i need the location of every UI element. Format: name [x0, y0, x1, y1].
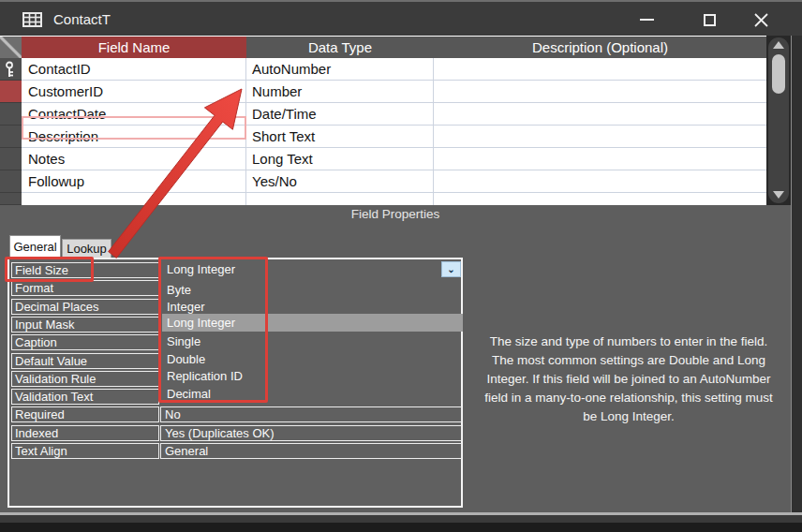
description-cell[interactable]: [434, 126, 766, 148]
row-selector[interactable]: [0, 148, 22, 170]
window-right-edge: [791, 36, 802, 515]
field-design-grid: Field Name Data Type Description (Option…: [0, 36, 766, 205]
data-type-cell[interactable]: Yes/No: [246, 170, 434, 193]
row-selector[interactable]: [0, 126, 22, 148]
maximize-button[interactable]: [695, 7, 723, 32]
table-row-empty: [0, 193, 766, 205]
dropdown-option-decimal[interactable]: Decimal: [167, 386, 211, 403]
grid-header-row: Field Name Data Type Description (Option…: [0, 37, 766, 58]
property-label-text-align: Text Align: [11, 443, 159, 459]
property-label-caption: Caption: [11, 334, 159, 350]
table-row: Description Short Text: [0, 126, 766, 148]
property-label-validation-text: Validation Text: [11, 389, 159, 405]
field-name-cell[interactable]: ContactDate: [22, 103, 246, 126]
data-type-cell[interactable]: AutoNumber: [246, 58, 434, 81]
dropdown-button[interactable]: ⌄: [441, 261, 461, 277]
field-name-cell[interactable]: Notes: [22, 148, 246, 170]
property-label-format: Format: [11, 280, 159, 296]
tab-general[interactable]: General: [9, 235, 61, 258]
field-name-cell[interactable]: Description: [22, 126, 246, 148]
dropdown-option-double[interactable]: Double: [167, 351, 205, 368]
row-selector[interactable]: [0, 170, 22, 193]
column-header-description: Description (Optional): [434, 37, 766, 58]
description-cell[interactable]: [434, 170, 766, 193]
dropdown-option-single[interactable]: Single: [167, 333, 200, 350]
description-cell[interactable]: [434, 81, 766, 103]
description-cell[interactable]: [434, 58, 766, 81]
description-cell[interactable]: [434, 103, 766, 126]
property-label-required: Required: [11, 406, 159, 422]
data-type-cell[interactable]: Short Text: [246, 126, 434, 148]
table-row: Notes Long Text: [0, 148, 766, 170]
title-bar: ContactT: [0, 0, 802, 36]
data-type-cell[interactable]: Number: [246, 81, 434, 103]
property-label-field-size: Field Size: [11, 262, 159, 278]
dropdown-option-long-integer[interactable]: Long Integer: [167, 315, 235, 332]
column-header-field-name: Field Name: [22, 37, 246, 58]
help-line: Integer. If this field will be joined to…: [467, 370, 791, 389]
scrollbar-thumb[interactable]: [772, 54, 785, 94]
minimize-icon: [640, 19, 654, 21]
scroll-up-arrow-icon[interactable]: [773, 41, 784, 49]
primary-key-icon: [5, 61, 16, 78]
property-value-required[interactable]: No: [160, 406, 462, 422]
description-cell[interactable]: [434, 193, 766, 205]
window-bottom-edge: [0, 515, 802, 523]
property-label-indexed: Indexed: [11, 425, 159, 441]
table-row: CustomerID Number: [0, 81, 766, 103]
close-button[interactable]: [747, 7, 775, 32]
row-selector-selected[interactable]: [0, 81, 22, 103]
property-label-default-value: Default Value: [11, 353, 159, 369]
data-type-cell[interactable]: [246, 193, 434, 205]
window-bottom-shadow: [0, 523, 802, 532]
field-size-combo-value[interactable]: Long Integer: [167, 261, 235, 277]
minimize-button[interactable]: [632, 7, 661, 32]
property-label-decimal-places: Decimal Places: [11, 299, 159, 315]
help-line: field in a many-to-one relationship, thi…: [467, 389, 791, 407]
window-title: ContactT: [53, 11, 111, 27]
dropdown-option-replication-id[interactable]: Replication ID: [167, 368, 243, 385]
property-value-text-align[interactable]: General: [160, 443, 462, 459]
data-type-cell[interactable]: Long Text: [246, 148, 434, 170]
field-name-cell[interactable]: [22, 193, 246, 205]
property-value-indexed[interactable]: Yes (Duplicates OK): [160, 425, 462, 441]
table-row: ContactDate Date/Time: [0, 103, 766, 126]
table-row: Followup Yes/No: [0, 170, 766, 193]
field-properties-label: Field Properties: [0, 207, 791, 221]
chevron-down-icon: ⌄: [447, 264, 454, 274]
access-table-design-window: ContactT Field Name Data Type Descriptio…: [0, 0, 802, 532]
help-line: be Long Integer.: [467, 407, 791, 426]
row-selector[interactable]: [0, 103, 22, 126]
field-name-cell[interactable]: ContactID: [22, 58, 246, 81]
property-help-text: The size and type of numbers to enter in…: [467, 332, 791, 426]
property-label-validation-rule: Validation Rule: [11, 371, 159, 387]
table-row: ContactID AutoNumber: [0, 58, 766, 81]
scroll-down-arrow-icon[interactable]: [773, 191, 784, 199]
row-selector[interactable]: [0, 193, 22, 205]
tab-lookup[interactable]: Lookup: [62, 239, 111, 258]
maximize-icon: [704, 14, 716, 26]
description-cell[interactable]: [434, 148, 766, 170]
field-name-cell[interactable]: CustomerID: [22, 81, 246, 103]
field-name-cell[interactable]: Followup: [22, 170, 246, 193]
table-icon: [22, 12, 42, 27]
data-type-cell[interactable]: Date/Time: [246, 103, 434, 126]
column-header-data-type: Data Type: [246, 37, 434, 58]
property-label-input-mask: Input Mask: [11, 317, 159, 332]
close-icon: [754, 13, 768, 27]
help-line: The most common settings are Double and …: [467, 351, 791, 370]
dropdown-option-byte[interactable]: Byte: [167, 282, 191, 299]
row-selector-primary-key[interactable]: [0, 58, 22, 81]
field-properties-pane: Field Size Format Decimal Places Input M…: [7, 258, 463, 508]
help-line: The size and type of numbers to enter in…: [467, 332, 791, 351]
grid-corner-cell: [0, 37, 22, 58]
dropdown-option-integer[interactable]: Integer: [167, 299, 204, 316]
